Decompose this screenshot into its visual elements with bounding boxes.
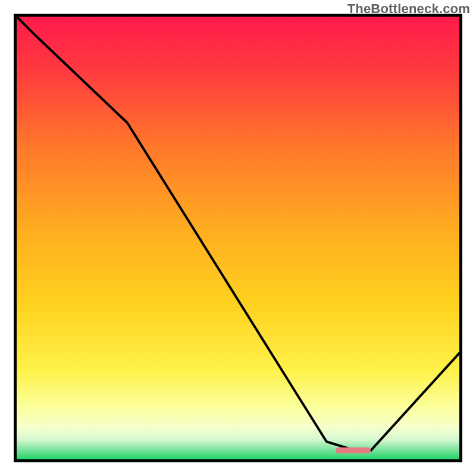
chart-container: TheBottleneck.com — [0, 0, 476, 476]
bottleneck-curve — [17, 17, 459, 459]
optimal-range-marker — [336, 447, 371, 453]
plot-frame — [14, 14, 462, 462]
